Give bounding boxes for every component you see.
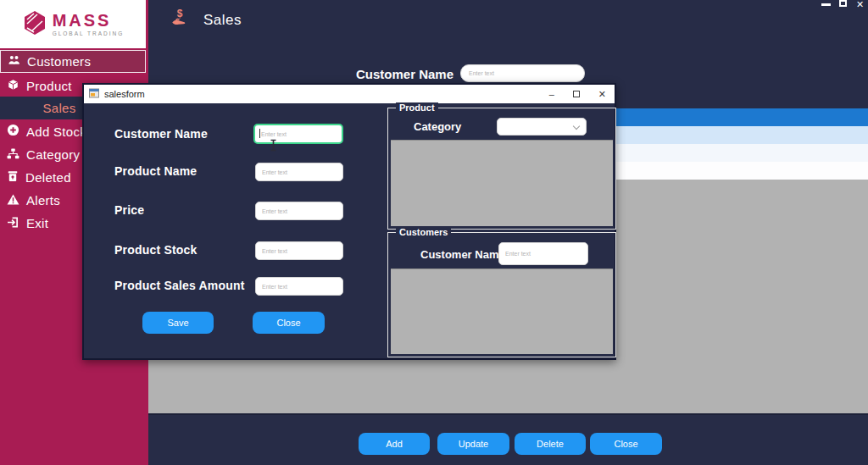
users-icon xyxy=(8,54,20,69)
sidebar-item-customers[interactable]: Customers xyxy=(0,50,146,73)
box-icon xyxy=(7,79,19,93)
category-label: Category xyxy=(414,120,461,133)
product-groupbox: Product Category xyxy=(387,108,616,230)
chevron-down-icon xyxy=(573,123,580,130)
salesform-dialog: salesform – ✕ Customer Name Product Name… xyxy=(82,83,616,360)
field-label-customer-name: Customer Name xyxy=(114,127,208,141)
exit-icon xyxy=(7,216,19,230)
customers-groupbox: Customers Customer Name xyxy=(387,232,616,357)
window-controls: ✕ xyxy=(821,0,865,10)
text-cursor xyxy=(270,139,277,155)
product-sales-amount-input[interactable] xyxy=(255,277,343,296)
sidebar-item-label: Deleted xyxy=(25,170,71,185)
hand-dollar-icon: $ xyxy=(170,7,192,33)
trash-icon xyxy=(7,170,19,185)
product-grid-placeholder[interactable] xyxy=(391,140,613,226)
logo: MASS GLOBAL TRADING xyxy=(0,0,146,48)
customers-groupbox-title: Customers xyxy=(396,227,451,237)
customers-grid-placeholder[interactable] xyxy=(391,268,613,354)
minimize-button[interactable] xyxy=(821,0,832,9)
product-name-input[interactable] xyxy=(255,163,343,181)
footer-bar: Add Update Delete Close xyxy=(148,413,868,465)
dialog-maximize-button[interactable] xyxy=(573,91,580,97)
warning-icon xyxy=(7,193,19,208)
dialog-close-button[interactable]: ✕ xyxy=(598,90,606,99)
field-label-product-sales-amount: Product Sales Amount xyxy=(114,279,245,292)
sidebar-item-label: Exit xyxy=(26,216,48,230)
app-window: ✕ $ Sales Customer Name Add Update Delet… xyxy=(0,0,868,465)
main-customer-name-label: Customer Name xyxy=(356,67,453,81)
main-customer-name-input[interactable] xyxy=(460,64,585,82)
customers-customer-name-input[interactable] xyxy=(498,242,588,265)
sidebar-item-label: Customers xyxy=(27,54,91,69)
add-button[interactable]: Add xyxy=(359,433,430,455)
dialog-minimize-button[interactable]: – xyxy=(549,90,554,99)
update-button[interactable]: Update xyxy=(437,433,509,455)
sidebar-item-label: Add Stock xyxy=(26,125,86,139)
logo-title: MASS xyxy=(53,12,125,29)
field-label-product-stock: Product Stock xyxy=(114,243,198,257)
sitemap-icon xyxy=(7,147,19,162)
plus-circle-icon xyxy=(7,124,19,139)
product-stock-input[interactable] xyxy=(255,241,343,260)
sidebar-item-label: Category xyxy=(26,147,80,162)
price-input[interactable] xyxy=(255,202,343,220)
product-groupbox-title: Product xyxy=(396,102,438,113)
maximize-button[interactable] xyxy=(837,0,849,9)
dialog-title: salesform xyxy=(104,89,145,99)
category-dropdown[interactable] xyxy=(497,118,587,136)
text-caret xyxy=(259,129,260,138)
dialog-body: Customer Name Product Name Price Product… xyxy=(84,103,615,362)
delete-button[interactable]: Delete xyxy=(515,433,586,455)
save-button[interactable]: Save xyxy=(142,312,214,334)
page-title: $ Sales xyxy=(170,7,242,33)
dialog-close-button-bottom[interactable]: Close xyxy=(253,312,325,334)
customer-name-input[interactable] xyxy=(253,124,343,144)
svg-text:$: $ xyxy=(177,8,183,19)
field-label-product-name: Product Name xyxy=(114,164,197,178)
sidebar-item-label: Product xyxy=(26,79,72,93)
close-button-footer[interactable]: Close xyxy=(590,433,662,455)
form-window-icon xyxy=(89,86,99,102)
field-label-price: Price xyxy=(114,203,144,217)
hexagon-logo-icon xyxy=(22,9,47,40)
customers-customer-name-label: Customer Name xyxy=(420,248,505,261)
page-title-text: Sales xyxy=(203,12,242,29)
dialog-titlebar[interactable]: salesform – ✕ xyxy=(84,85,615,103)
close-button[interactable]: ✕ xyxy=(854,0,865,9)
sidebar-item-label: Alerts xyxy=(26,193,60,208)
dialog-controls: – ✕ xyxy=(549,85,606,103)
logo-subtitle: GLOBAL TRADING xyxy=(53,31,125,37)
sidebar-item-label: Sales xyxy=(42,101,75,115)
